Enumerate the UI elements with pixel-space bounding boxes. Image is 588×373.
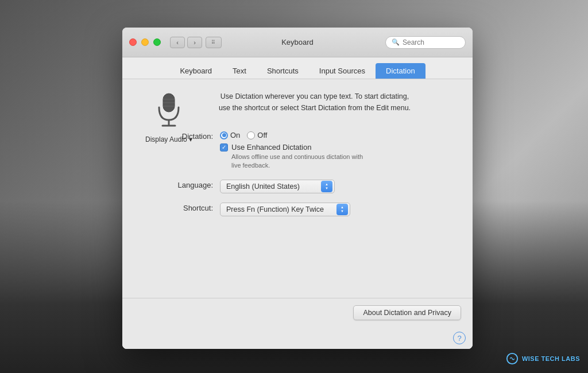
close-button[interactable] [129, 38, 137, 46]
search-box[interactable]: 🔍 [385, 36, 466, 49]
description-line2: use the shortcut or select Start Dictati… [219, 104, 411, 112]
help-button[interactable]: ? [453, 332, 466, 344]
dictation-toggle-row: Dictation: On Off [163, 131, 467, 170]
enhanced-checkbox[interactable] [220, 143, 228, 151]
off-label: Off [257, 131, 267, 139]
back-button[interactable]: ‹ [170, 37, 185, 48]
enhanced-label: Use Enhanced Dictation [231, 143, 363, 151]
language-select-wrapper: English (United States) English (United … [220, 180, 335, 193]
tab-dictation[interactable]: Dictation [376, 63, 425, 79]
forward-button[interactable]: › [187, 37, 202, 48]
radio-on-item[interactable]: On [220, 131, 240, 139]
grid-button[interactable]: ⠿ [206, 37, 222, 48]
language-row: Language: English (United States) Englis… [163, 180, 467, 193]
on-label: On [230, 131, 240, 139]
tab-input-sources[interactable]: Input Sources [309, 63, 376, 79]
radio-off-button[interactable] [247, 131, 255, 139]
settings-rows: Dictation: On Off [163, 131, 467, 226]
language-label: Language: [163, 180, 220, 189]
window-title: Keyboard [281, 38, 314, 46]
description-line1: Use Dictation wherever you can type text… [220, 92, 409, 100]
search-icon: 🔍 [392, 38, 400, 46]
minimize-button[interactable] [141, 38, 149, 46]
shortcut-row: Shortcut: Press Fn (Function) Key Twice … [163, 203, 467, 216]
enhanced-text: Use Enhanced Dictation Allows offline us… [231, 143, 363, 170]
footer-bar: ? [122, 327, 473, 349]
bottom-bar: About Dictation and Privacy [122, 298, 473, 327]
shortcut-select-wrapper: Press Fn (Function) Key Twice Press Righ… [220, 203, 350, 216]
radio-on-button[interactable] [220, 131, 228, 139]
nav-buttons: ‹ › [170, 37, 202, 48]
shortcut-label: Shortcut: [163, 203, 220, 212]
shortcut-select[interactable]: Press Fn (Function) Key Twice Press Righ… [220, 203, 350, 216]
mic-section: Display Audio ▾ [145, 91, 192, 143]
search-input[interactable] [403, 38, 459, 46]
tabs-bar: Keyboard Text Shortcuts Input Sources Di… [122, 57, 473, 79]
language-select[interactable]: English (United States) English (United … [220, 180, 335, 193]
about-dictation-button[interactable]: About Dictation and Privacy [353, 305, 461, 320]
watermark-icon [506, 352, 519, 365]
traffic-lights [129, 38, 161, 46]
watermark: WISE TECH LABS [506, 352, 580, 365]
tab-shortcuts[interactable]: Shortcuts [257, 63, 309, 79]
display-audio-label: Display Audio ▾ [145, 135, 192, 143]
tab-keyboard[interactable]: Keyboard [169, 63, 222, 79]
dictation-controls: On Off Use Enh [220, 131, 363, 170]
display-audio-button[interactable]: Display Audio ▾ [145, 135, 192, 143]
titlebar: ‹ › ⠿ Keyboard 🔍 [122, 28, 473, 57]
enhanced-row: Use Enhanced Dictation Allows offline us… [220, 143, 363, 170]
microphone-icon [152, 91, 186, 131]
description: Use Dictation wherever you can type text… [219, 91, 411, 114]
enhanced-desc: Allows offline use and continuous dictat… [231, 153, 363, 170]
radio-off-item[interactable]: Off [247, 131, 267, 139]
radio-group: On Off [220, 131, 363, 139]
content-area: Display Audio ▾ Use Dictation wherever y… [122, 79, 473, 349]
tab-text[interactable]: Text [222, 63, 257, 79]
watermark-text: WISE TECH LABS [522, 355, 580, 362]
keyboard-preferences-window: ‹ › ⠿ Keyboard 🔍 Keyboard Text Shortcuts… [122, 28, 473, 349]
maximize-button[interactable] [153, 38, 161, 46]
